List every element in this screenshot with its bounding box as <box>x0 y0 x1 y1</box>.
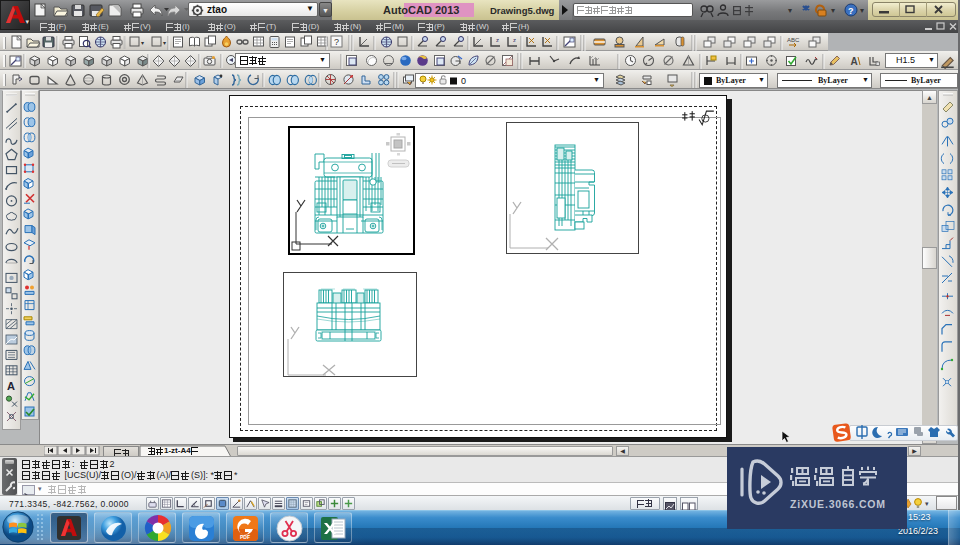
svg-text:0: 0 <box>461 76 466 86</box>
svg-text:▾: ▾ <box>860 6 864 15</box>
svg-text:ABC: ABC <box>787 37 800 43</box>
svg-text:▾: ▾ <box>788 6 792 15</box>
svg-text:z: z <box>496 37 499 43</box>
svg-text:▾: ▾ <box>141 40 144 46</box>
svg-text:▾: ▾ <box>163 40 166 46</box>
svg-text:A: A <box>7 380 15 392</box>
svg-text:A: A <box>851 56 858 67</box>
svg-text:?: ? <box>848 6 854 16</box>
svg-text:PDF: PDF <box>240 534 250 540</box>
svg-text:▾: ▾ <box>831 6 835 15</box>
svg-text:z: z <box>513 37 516 43</box>
svg-text:?: ? <box>334 37 339 47</box>
svg-text:▾: ▾ <box>925 500 929 507</box>
svg-text:ZiXUE.3066.COM: ZiXUE.3066.COM <box>790 498 886 510</box>
